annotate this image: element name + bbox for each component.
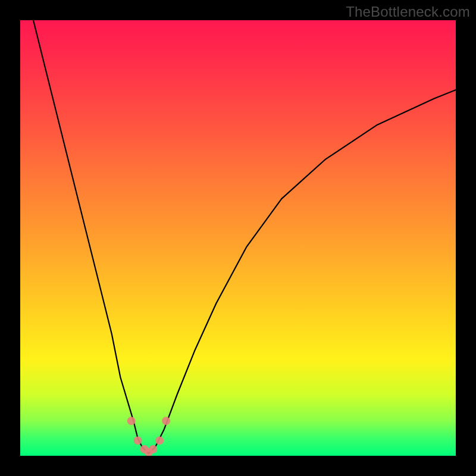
marker-dot bbox=[149, 445, 157, 453]
marker-dot bbox=[162, 416, 170, 425]
marker-dot bbox=[134, 436, 142, 444]
marker-dots-group bbox=[127, 416, 171, 456]
chart-frame: TheBottleneck.com bbox=[0, 0, 476, 476]
bottleneck-curve-svg bbox=[20, 20, 456, 456]
plot-area bbox=[20, 20, 456, 456]
watermark-text: TheBottleneck.com bbox=[346, 4, 470, 20]
bottleneck-curve-path bbox=[33, 20, 456, 453]
marker-dot bbox=[155, 436, 164, 444]
marker-dot bbox=[127, 416, 136, 425]
